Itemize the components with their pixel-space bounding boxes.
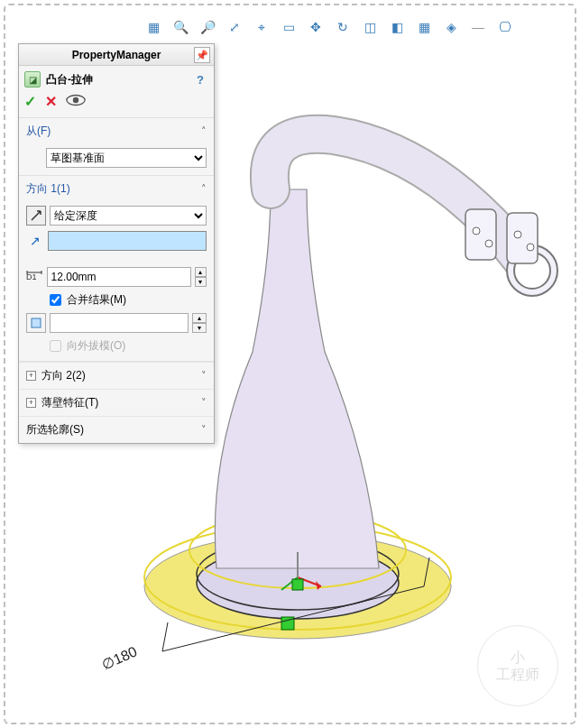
- svg-point-23: [73, 97, 78, 102]
- svg-rect-25: [32, 318, 41, 327]
- cube-blue-icon[interactable]: ◧: [388, 18, 406, 36]
- view-toolbar: ▦ 🔍 🔎 ⤢ ⌖ ▭ ✥ ↻ ◫ ◧ ▦ ◈ — 🖵: [144, 14, 514, 40]
- merge-result-label: 合并结果(M): [67, 292, 126, 308]
- help-icon[interactable]: ?: [192, 71, 208, 88]
- cancel-button[interactable]: ✕: [45, 93, 57, 110]
- svg-point-9: [473, 227, 480, 235]
- pm-title-text: PropertyManager: [72, 49, 161, 61]
- pm-title-bar: PropertyManager 📌: [19, 44, 214, 66]
- section-dir1-label: 方向 1(1): [26, 181, 70, 197]
- svg-point-11: [514, 231, 521, 238]
- svg-point-10: [485, 240, 493, 247]
- draft-outward-input: [50, 340, 61, 352]
- expand-icon: +: [26, 371, 36, 381]
- svg-rect-7: [465, 209, 496, 260]
- direction-arrow-icon: ↗: [26, 234, 44, 248]
- svg-point-12: [527, 244, 534, 251]
- svg-text:D1: D1: [26, 272, 37, 281]
- monitor-icon[interactable]: 🖵: [496, 18, 514, 36]
- section-from-header[interactable]: 从(F) ˄: [19, 118, 214, 144]
- expand-icon: +: [26, 398, 36, 408]
- from-start-select[interactable]: 草图基准面: [46, 148, 207, 168]
- draft-outward-label: 向外拔模(O): [67, 338, 125, 354]
- section-thin-feature[interactable]: + 薄壁特征(T) ˅: [19, 389, 214, 416]
- dash-icon[interactable]: —: [469, 18, 487, 36]
- pin-icon[interactable]: 📌: [194, 47, 210, 63]
- section-contours-label: 所选轮廓(S): [26, 422, 84, 438]
- chevron-up-icon: ˄: [201, 125, 207, 137]
- depth-d1-icon: D1: [26, 269, 43, 286]
- svg-line-20: [162, 622, 168, 651]
- cube-green-icon[interactable]: ▦: [144, 18, 162, 36]
- pm-actions: ✓ ✕: [19, 89, 214, 118]
- pan-icon[interactable]: ✥: [307, 18, 325, 36]
- chevron-down-icon: ˅: [201, 370, 207, 382]
- draft-icon[interactable]: [26, 313, 46, 333]
- draft-spinner[interactable]: ▴▾: [192, 313, 207, 333]
- merge-result-checkbox[interactable]: 合并结果(M): [26, 292, 207, 308]
- section-selected-contours[interactable]: 所选轮廓(S) ˅: [19, 416, 214, 443]
- svg-rect-17: [292, 579, 303, 590]
- svg-rect-8: [507, 213, 538, 263]
- zoom-fit-icon[interactable]: ⤢: [226, 18, 244, 36]
- section-thin-label: 薄壁特征(T): [41, 395, 98, 410]
- multi-cube-icon[interactable]: ▦: [415, 18, 433, 36]
- property-manager-panel: PropertyManager 📌 ◪ 凸台-拉伸 ? ✓ ✕ 从(F) ˄ 草…: [18, 43, 215, 444]
- dimension-label: ∅180: [99, 643, 140, 674]
- chevron-up-icon: ˄: [201, 183, 207, 195]
- depth-spinner[interactable]: ▴▾: [195, 267, 207, 287]
- section-dir1-header[interactable]: 方向 1(1) ˄: [19, 176, 214, 202]
- chevron-down-icon: ˅: [201, 397, 207, 409]
- zoom-window-icon[interactable]: 🔎: [198, 18, 216, 36]
- section-icon[interactable]: ◫: [361, 18, 379, 36]
- section-from: 从(F) ˄ 草图基准面: [19, 118, 214, 176]
- merge-result-input[interactable]: [50, 294, 61, 306]
- ok-button[interactable]: ✓: [24, 93, 36, 110]
- pm-feature-header: ◪ 凸台-拉伸 ?: [19, 66, 214, 89]
- zoom-in-icon[interactable]: 🔍: [171, 18, 189, 36]
- watermark: 小 工程师: [477, 625, 558, 706]
- section-direction2[interactable]: + 方向 2(2) ˅: [19, 362, 214, 389]
- color-icon[interactable]: ◈: [442, 18, 460, 36]
- section-from-label: 从(F): [26, 124, 51, 139]
- doc-icon[interactable]: ▭: [280, 18, 298, 36]
- zoom-area-icon[interactable]: ⌖: [253, 18, 271, 36]
- extrude-boss-icon: ◪: [24, 71, 41, 88]
- depth-value-input[interactable]: [47, 267, 191, 287]
- draft-selection-box[interactable]: [50, 313, 189, 333]
- feature-name: 凸台-拉伸: [46, 72, 93, 88]
- end-condition-select[interactable]: 给定深度: [50, 206, 207, 226]
- rotate-icon[interactable]: ↻: [334, 18, 352, 36]
- draft-outward-checkbox: 向外拔模(O): [26, 338, 207, 354]
- direction-vector-input[interactable]: [48, 231, 207, 251]
- section-dir2-label: 方向 2(2): [41, 368, 86, 383]
- chevron-down-icon: ˅: [201, 424, 207, 436]
- preview-toggle-icon[interactable]: [66, 94, 86, 110]
- reverse-direction-button[interactable]: [26, 206, 46, 226]
- section-direction1: 方向 1(1) ˄ 给定深度 ↗ D1 ▴▾: [19, 176, 214, 362]
